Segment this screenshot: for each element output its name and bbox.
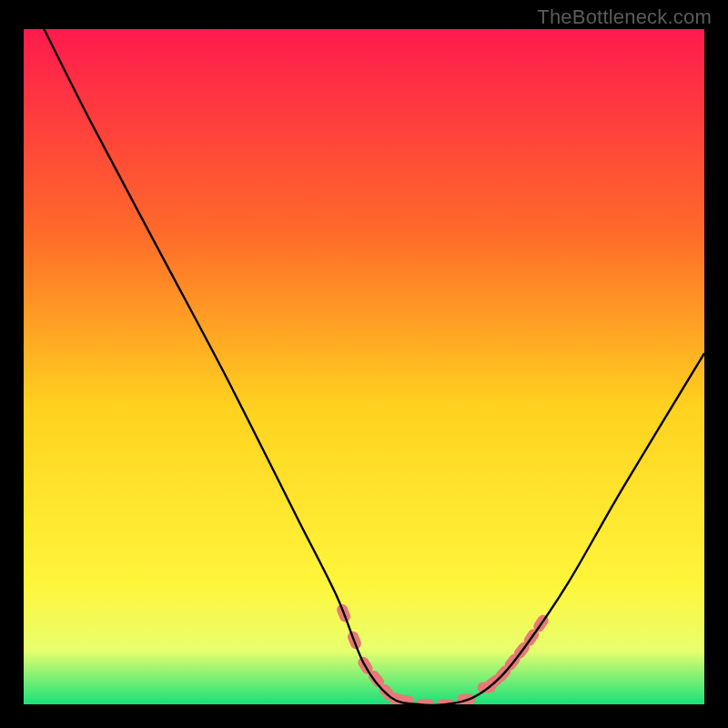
plot-area (24, 29, 704, 704)
plot-svg (24, 29, 704, 704)
watermark-text: TheBottleneck.com (537, 5, 712, 29)
gradient-background (24, 29, 704, 704)
chart-frame: TheBottleneck.com (0, 0, 728, 728)
